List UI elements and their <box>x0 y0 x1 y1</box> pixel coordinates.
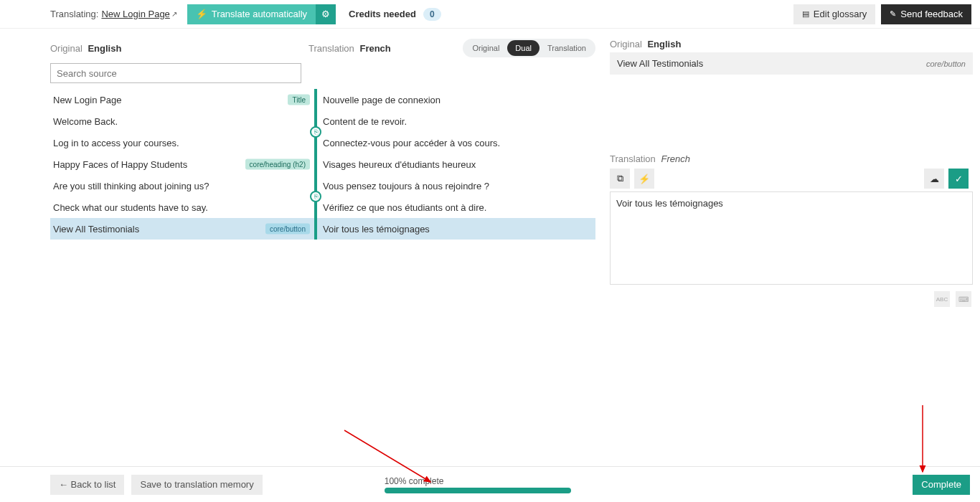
segment-target: Content de te revoir. <box>317 110 595 132</box>
credits-needed-value: 0 <box>423 8 441 21</box>
detail-original-header: Original English <box>610 39 973 49</box>
machine-translate-button[interactable]: ⚡ <box>634 169 654 189</box>
tab-original[interactable]: Original <box>464 40 507 56</box>
original-lang-header: Original English <box>50 43 121 54</box>
segment-source: Check what our students have to say. <box>50 196 314 218</box>
keyboard-icon[interactable]: ⌨ <box>956 291 971 307</box>
segment-source: New Login PageTitle <box>50 89 314 110</box>
credits-needed-label: Credits needed <box>349 9 416 19</box>
segment-target: Connectez-vous pour accéder à vos cours. <box>317 132 595 153</box>
translation-textarea[interactable]: Voir tous les témoignages <box>610 191 973 285</box>
top-bar: Translating: New Login Page ↗ ⚡ Translat… <box>0 0 980 29</box>
link-indicator-icon: ⎘ <box>310 126 321 138</box>
gear-icon: ⚙ <box>321 9 330 19</box>
translation-footer-tools: ABC ⌨ <box>610 287 973 311</box>
dual-editor-column: Original English Translation French Orig… <box>50 39 595 311</box>
confirm-translation-button[interactable]: ✓ <box>948 169 969 189</box>
segment-divider <box>314 89 317 110</box>
segment-source: View All Testimonialscore/button <box>50 218 314 240</box>
send-feedback-button[interactable]: ✎ Send feedback <box>881 4 971 24</box>
page-title-link[interactable]: New Login Page <box>101 9 169 19</box>
detail-original-text: View All Testimonials <box>617 58 703 69</box>
check-icon: ✓ <box>955 174 963 184</box>
segment-divider <box>314 153 317 175</box>
segment-type-tag: core/heading (h2) <box>245 159 310 170</box>
segment-divider <box>314 218 317 240</box>
segment-target: Vérifiez ce que nos étudiants ont à dire… <box>317 196 595 218</box>
bottom-bar: ← Back to list Save to translation memor… <box>0 466 980 502</box>
segment-type-tag: core/button <box>265 224 310 235</box>
segment-divider: ⎘ <box>314 132 317 153</box>
segment-row[interactable]: Happy Faces of Happy Studentscore/headin… <box>50 153 595 175</box>
segment-row[interactable]: View All Testimonialscore/buttonVoir tou… <box>50 218 595 240</box>
segment-type-tag: Title <box>288 95 310 105</box>
segment-row[interactable]: Are you still thinking about joining us?… <box>50 175 595 196</box>
segment-target: Voir tous les témoignages <box>317 218 595 240</box>
cloud-button[interactable]: ☁ <box>924 169 944 189</box>
tab-dual[interactable]: Dual <box>507 40 540 56</box>
bolt-icon: ⚡ <box>639 174 650 184</box>
external-link-icon: ↗ <box>171 10 177 18</box>
segment-target: Nouvelle page de connexion <box>317 89 595 110</box>
segment-source: Welcome Back. <box>50 110 314 132</box>
segment-divider: ⎘ <box>314 196 317 218</box>
complete-button[interactable]: Complete <box>913 475 970 495</box>
settings-button[interactable]: ⚙ <box>316 4 336 24</box>
copy-icon: ⧉ <box>617 173 623 184</box>
pencil-icon: ✎ <box>890 9 896 19</box>
link-indicator-icon: ⎘ <box>310 191 321 202</box>
spellcheck-icon[interactable]: ABC <box>934 291 950 307</box>
back-to-list-button[interactable]: ← Back to list <box>50 475 124 495</box>
view-mode-tabs: Original Dual Translation <box>463 39 595 57</box>
save-translation-memory-button[interactable]: Save to translation memory <box>131 475 262 495</box>
translation-tools-row: ⧉ ⚡ ☁ ✓ <box>610 169 973 189</box>
translate-automatically-label: Translate automatically <box>212 9 307 19</box>
segment-target: Visages heureux d'étudiants heureux <box>317 153 595 175</box>
translate-automatically-button[interactable]: ⚡ Translate automatically <box>187 4 316 24</box>
translating-label: Translating: <box>50 9 98 19</box>
segment-row[interactable]: Check what our students have to say.⎘Vér… <box>50 196 595 218</box>
detail-block-type: core/button <box>926 60 966 68</box>
segment-source: Happy Faces of Happy Studentscore/headin… <box>50 153 314 175</box>
segment-row[interactable]: Log in to access your courses.⎘Connectez… <box>50 132 595 153</box>
edit-glossary-label: Edit glossary <box>814 9 867 19</box>
progress-wrapper: 100% complete <box>385 476 571 493</box>
copy-source-button[interactable]: ⧉ <box>610 169 630 189</box>
main-area: Original English Translation French Orig… <box>0 29 980 311</box>
detail-original-text-box: View All Testimonials core/button <box>610 52 973 75</box>
segment-target: Vous pensez toujours à nous rejoindre ? <box>317 175 595 196</box>
translation-lang-header: Translation French <box>308 43 391 54</box>
search-source-input[interactable] <box>50 63 301 83</box>
bolt-icon: ⚡ <box>196 9 207 19</box>
progress-bar <box>385 488 571 493</box>
edit-glossary-button[interactable]: ▤ Edit glossary <box>793 4 875 24</box>
send-feedback-label: Send feedback <box>900 9 963 19</box>
detail-translation-header: Translation French <box>610 153 973 164</box>
progress-label: 100% complete <box>385 476 571 486</box>
glossary-icon: ▤ <box>802 9 809 19</box>
segment-source: Log in to access your courses. <box>50 132 314 153</box>
segment-row[interactable]: New Login PageTitleNouvelle page de conn… <box>50 89 595 110</box>
tab-translation[interactable]: Translation <box>540 40 594 56</box>
detail-column: Original English View All Testimonials c… <box>610 39 979 311</box>
segment-row[interactable]: Welcome Back.Content de te revoir. <box>50 110 595 132</box>
column-headers: Original English Translation French Orig… <box>50 39 595 57</box>
segment-source: Are you still thinking about joining us? <box>50 175 314 196</box>
cloud-icon: ☁ <box>930 174 939 184</box>
segment-list: New Login PageTitleNouvelle page de conn… <box>50 89 595 240</box>
